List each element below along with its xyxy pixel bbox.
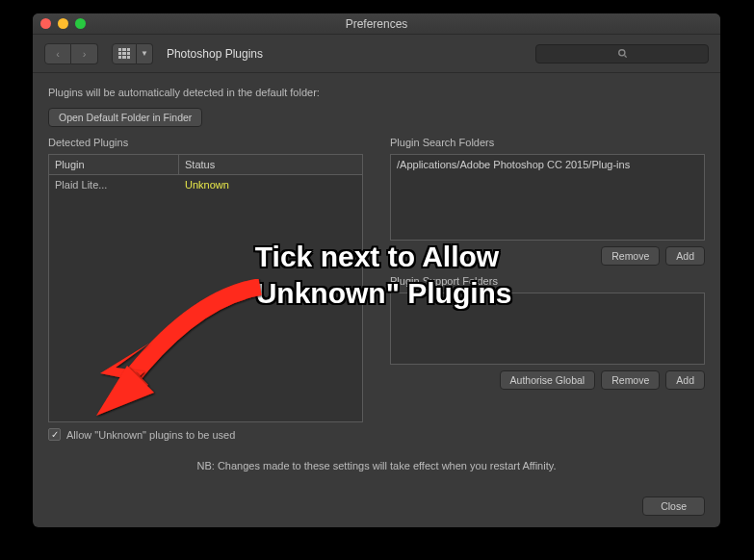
plugin-search-folders-list[interactable]: /Applications/Adobe Photoshop CC 2015/Pl… bbox=[390, 154, 705, 241]
cell-plugin-name: Plaid Lite... bbox=[49, 175, 179, 194]
open-default-folder-button[interactable]: Open Default Folder in Finder bbox=[48, 108, 202, 127]
search-icon bbox=[617, 48, 628, 59]
toolbar: ‹ › ▼ Photoshop Plugins bbox=[33, 35, 720, 73]
column-status[interactable]: Status bbox=[179, 155, 221, 174]
nav-back-forward: ‹ › bbox=[44, 43, 98, 64]
svg-line-1 bbox=[624, 56, 626, 58]
auto-detect-label: Plugins will be automatically detected i… bbox=[48, 87, 705, 98]
breadcrumb: Photoshop Plugins bbox=[167, 47, 263, 61]
table-row[interactable]: Plaid Lite... Unknown bbox=[49, 175, 362, 194]
view-dropdown-button[interactable]: ▼ bbox=[137, 43, 153, 64]
plugin-support-folders-list[interactable] bbox=[390, 293, 705, 365]
plugin-support-folders-label: Plugin Support Folders bbox=[390, 275, 705, 287]
add-search-folder-button[interactable]: Add bbox=[665, 246, 705, 266]
detected-plugins-label: Detected Plugins bbox=[48, 137, 363, 148]
window-controls bbox=[40, 18, 86, 29]
plugin-search-folders-label: Plugin Search Folders bbox=[390, 137, 705, 148]
search-input[interactable] bbox=[535, 44, 709, 64]
window-title: Preferences bbox=[346, 17, 408, 31]
remove-search-folder-button[interactable]: Remove bbox=[601, 246, 660, 266]
remove-support-folder-button[interactable]: Remove bbox=[601, 370, 660, 390]
zoom-window-icon[interactable] bbox=[75, 18, 86, 29]
detected-plugins-list[interactable]: Plugin Status Plaid Lite... Unknown bbox=[48, 154, 363, 422]
view-all-segment: ▼ bbox=[112, 43, 153, 64]
cell-plugin-status: Unknown bbox=[179, 175, 235, 194]
close-button[interactable]: Close bbox=[642, 496, 705, 516]
table-header: Plugin Status bbox=[49, 155, 362, 175]
titlebar: Preferences bbox=[33, 13, 720, 35]
back-button[interactable]: ‹ bbox=[44, 43, 71, 64]
grid-icon bbox=[118, 48, 130, 60]
preferences-window: Preferences ‹ › ▼ Photoshop Plugins Plug… bbox=[33, 13, 720, 527]
minimize-window-icon[interactable] bbox=[58, 18, 68, 29]
svg-point-0 bbox=[618, 50, 624, 56]
allow-unknown-checkbox[interactable]: ✓ bbox=[48, 428, 61, 441]
content-area: Plugins will be automatically detected i… bbox=[33, 73, 720, 527]
close-window-icon[interactable] bbox=[40, 18, 51, 29]
forward-button[interactable]: › bbox=[71, 43, 98, 64]
add-support-folder-button[interactable]: Add bbox=[665, 370, 705, 390]
grid-view-button[interactable] bbox=[112, 43, 137, 64]
authorise-global-button[interactable]: Authorise Global bbox=[500, 370, 596, 390]
list-item[interactable]: /Applications/Adobe Photoshop CC 2015/Pl… bbox=[391, 155, 704, 174]
allow-unknown-label: Allow "Unknown" plugins to be used bbox=[66, 429, 235, 441]
column-plugin[interactable]: Plugin bbox=[49, 155, 179, 174]
footer-note: NB: Changes made to these settings will … bbox=[48, 460, 705, 471]
